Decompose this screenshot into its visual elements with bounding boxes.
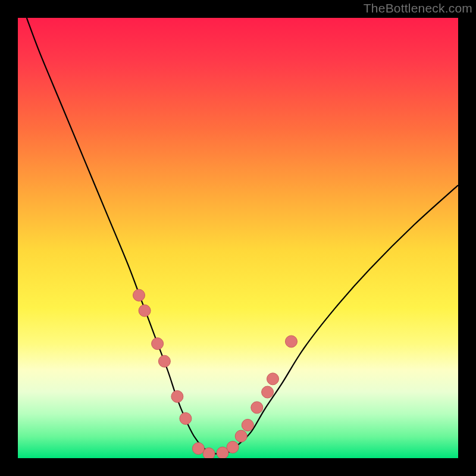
marker-point	[192, 443, 204, 455]
marker-points-group	[133, 289, 298, 458]
marker-point	[242, 419, 253, 431]
watermark-text: TheBottleneck.com	[364, 1, 472, 15]
chart-frame	[18, 18, 458, 458]
marker-point	[251, 402, 263, 414]
bottleneck-chart	[18, 18, 458, 458]
marker-point	[171, 390, 183, 402]
bottleneck-curve-path	[27, 18, 458, 454]
marker-point	[267, 373, 279, 385]
marker-point	[133, 289, 145, 301]
marker-point	[180, 412, 192, 424]
marker-point	[262, 386, 274, 398]
marker-point	[227, 441, 239, 453]
marker-point	[235, 430, 247, 442]
marker-point	[139, 305, 151, 317]
marker-point	[203, 448, 215, 458]
marker-point	[152, 338, 164, 350]
marker-point	[286, 336, 298, 347]
marker-point	[158, 355, 170, 367]
